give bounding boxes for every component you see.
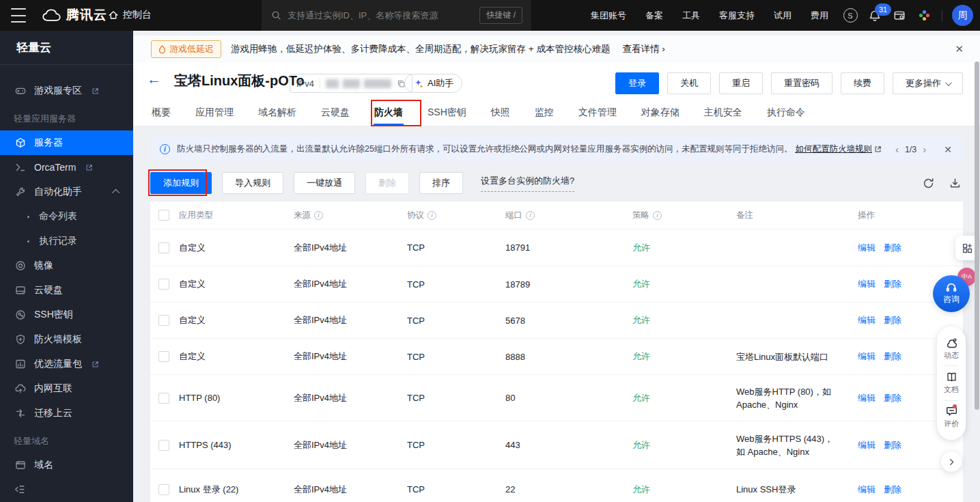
scrollbar[interactable]	[975, 61, 979, 410]
cell-source: 全部IPv4地址	[292, 439, 406, 451]
row-checkbox[interactable]	[158, 440, 169, 451]
colorful-pinwheel-icon[interactable]	[912, 0, 936, 31]
cell-policy: 允许	[631, 314, 735, 326]
feedback-entry[interactable]: 评价	[944, 406, 959, 429]
book-icon	[946, 372, 957, 382]
sidebar-item-cloud-disk[interactable]: 云硬盘	[0, 278, 133, 303]
row-checkbox[interactable]	[158, 393, 169, 404]
row-checkbox[interactable]	[158, 484, 169, 495]
shutdown-button[interactable]: 关机	[667, 72, 711, 94]
login-button[interactable]: 登录	[615, 72, 659, 94]
tab-host-security[interactable]: 主机安全	[703, 101, 743, 126]
user-avatar[interactable]: 周	[952, 5, 973, 26]
edit-link[interactable]: 编辑	[858, 392, 876, 404]
sidebar-item-command-list[interactable]: 命令列表	[0, 204, 133, 229]
menu-trial[interactable]: 试用	[764, 10, 801, 22]
firewall-help-link[interactable]: 如何配置防火墙规则	[795, 143, 872, 155]
menu-support[interactable]: 客服支持	[710, 10, 764, 22]
renew-button[interactable]: 续费	[841, 72, 884, 94]
delete-link[interactable]: 删除	[884, 484, 901, 496]
sidebar-item-images[interactable]: 镜像	[0, 253, 133, 278]
open-all-ports-button[interactable]: 一键放通	[294, 172, 355, 194]
tab-dns[interactable]: 域名解析	[257, 101, 297, 126]
tab-file-management[interactable]: 文件管理	[578, 101, 617, 126]
delete-link[interactable]: 删除	[884, 314, 901, 326]
feed-entry[interactable]: 动态	[944, 337, 959, 361]
menu-tools[interactable]: 工具	[673, 10, 710, 22]
tab-monitoring[interactable]: 监控	[534, 101, 555, 126]
info-icon[interactable]	[526, 211, 535, 220]
ai-assistant-button[interactable]: AI助手	[404, 74, 462, 93]
tencent-cloud-logo[interactable]: 腾讯云	[42, 6, 107, 24]
tab-firewall[interactable]: 防火墙	[374, 101, 404, 126]
tab-overview[interactable]: 概要	[151, 101, 171, 126]
multi-instance-firewall-link[interactable]: 设置多台实例的防火墙?	[481, 175, 574, 192]
sidebar-item-traffic-packages[interactable]: 优选流量包	[0, 352, 133, 376]
hamburger-menu-icon[interactable]	[11, 8, 26, 23]
tab-object-storage[interactable]: 对象存储	[641, 101, 680, 126]
tab-cloud-disk[interactable]: 云硬盘	[320, 101, 350, 126]
delete-link[interactable]: 删除	[884, 439, 901, 451]
tab-app-management[interactable]: 应用管理	[195, 101, 234, 126]
select-all-checkbox[interactable]	[158, 210, 169, 221]
edit-link[interactable]: 编辑	[858, 278, 876, 290]
tab-ssh-keys[interactable]: SSH密钥	[427, 101, 467, 126]
edit-link[interactable]: 编辑	[858, 242, 876, 254]
info-icon[interactable]	[653, 211, 662, 220]
add-rule-button[interactable]: 添加规则	[150, 172, 212, 194]
sidebar-item-domains[interactable]: 域名	[0, 453, 133, 477]
download-icon[interactable]	[949, 178, 961, 189]
sidebar-collapse-icon[interactable]	[14, 484, 25, 495]
delete-link[interactable]: 删除	[884, 278, 901, 290]
edit-link[interactable]: 编辑	[858, 350, 876, 363]
edit-link[interactable]: 编辑	[858, 439, 876, 451]
edit-link[interactable]: 编辑	[858, 484, 876, 496]
promo-close-icon[interactable]: ✕	[955, 43, 964, 55]
delete-link[interactable]: 删除	[884, 350, 901, 363]
pagination-prev-icon[interactable]: ‹	[895, 143, 899, 155]
delete-link[interactable]: 删除	[884, 242, 901, 254]
refresh-icon[interactable]	[923, 178, 934, 189]
tab-snapshots[interactable]: 快照	[490, 101, 511, 126]
pagination-next-icon[interactable]: ›	[923, 143, 926, 155]
row-checkbox[interactable]	[158, 279, 169, 290]
consult-button[interactable]: 咨询	[933, 275, 970, 312]
search-input[interactable]	[288, 10, 448, 20]
row-checkbox[interactable]	[158, 315, 169, 326]
console-link[interactable]: 控制台	[108, 9, 152, 21]
sidebar-item-game-zone[interactable]: 游戏服专区	[0, 79, 133, 103]
global-search-bar[interactable]: 快捷键 /	[262, 0, 531, 31]
sidebar-item-ssh-keys[interactable]: SSH密钥	[0, 303, 133, 327]
sidebar-item-firewall-templates[interactable]: 防火墙模板	[0, 327, 133, 352]
notification-bell-icon[interactable]: 31	[863, 0, 887, 31]
back-arrow-icon[interactable]: ←	[147, 71, 161, 87]
service-icon[interactable]: S	[838, 0, 863, 31]
delete-link[interactable]: 删除	[884, 392, 901, 404]
reset-password-button[interactable]: 重置密码	[771, 72, 832, 94]
promo-detail-link[interactable]: 查看详情 ›	[622, 43, 664, 55]
collapse-float-bar-button[interactable]	[941, 451, 962, 472]
sidebar-item-servers[interactable]: 服务器	[0, 130, 133, 155]
row-checkbox[interactable]	[158, 351, 169, 362]
info-icon[interactable]	[314, 211, 323, 220]
notice-close-icon[interactable]: ✕	[944, 144, 952, 155]
import-rule-button[interactable]: 导入规则	[222, 172, 283, 194]
more-actions-button[interactable]: 更多操作	[893, 72, 963, 94]
edit-link[interactable]: 编辑	[858, 314, 876, 326]
console-settings-icon[interactable]	[887, 0, 912, 31]
menu-billing[interactable]: 费用	[801, 10, 838, 22]
info-icon[interactable]	[428, 211, 436, 220]
restart-button[interactable]: 重启	[719, 72, 763, 94]
row-checkbox[interactable]	[158, 242, 169, 253]
menu-icp[interactable]: 备案	[636, 10, 673, 22]
menu-group-account[interactable]: 集团账号	[581, 10, 636, 22]
sidebar-item-exec-history[interactable]: 执行记录	[0, 229, 133, 253]
sidebar-item-private-network[interactable]: 内网互联	[0, 376, 133, 401]
tab-run-commands[interactable]: 执行命令	[766, 101, 806, 126]
sidebar-item-orcaterm[interactable]: OrcaTerm	[0, 155, 133, 180]
sidebar-item-migration[interactable]: 迁移上云	[0, 401, 133, 426]
sidebar-item-automation[interactable]: 自动化助手	[0, 180, 133, 204]
sort-rules-button[interactable]: 排序	[419, 172, 463, 194]
delete-rules-button[interactable]: 删除	[365, 172, 409, 194]
docs-entry[interactable]: 文档	[944, 372, 959, 395]
